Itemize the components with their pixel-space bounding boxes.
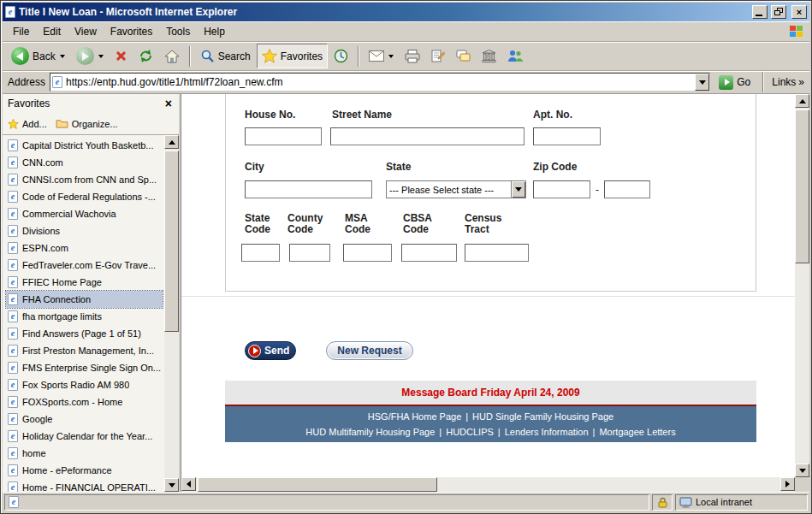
messenger-button[interactable] xyxy=(502,44,528,68)
refresh-button[interactable] xyxy=(133,44,158,68)
scroll-left-button[interactable] xyxy=(181,477,196,491)
send-button[interactable]: Send xyxy=(245,341,296,360)
favorite-item[interactable]: eFFIEC Home Page xyxy=(6,274,163,291)
cbsa-code-label: CBSACode xyxy=(403,213,432,235)
search-button[interactable]: Search xyxy=(195,44,256,68)
state-select-dropdown-button[interactable] xyxy=(511,181,525,198)
favorite-item[interactable]: eFOXSports.com - Home xyxy=(6,393,163,411)
favorite-item[interactable]: eCode of Federal Regulations -... xyxy=(6,188,163,205)
favorite-item[interactable]: eFMS Enterprise Single Sign On... xyxy=(6,359,163,376)
add-favorite-button[interactable]: Add... xyxy=(8,119,47,129)
favorites-scrollbar[interactable] xyxy=(164,135,179,492)
vertical-scrollbar[interactable] xyxy=(795,94,809,477)
scroll-track[interactable] xyxy=(795,108,809,464)
menu-file[interactable]: File xyxy=(6,23,36,40)
menu-help[interactable]: Help xyxy=(197,23,232,40)
state-code-input[interactable] xyxy=(241,244,280,262)
close-favorites-button[interactable]: × xyxy=(163,97,174,109)
new-request-button[interactable]: New Request xyxy=(326,341,413,360)
house-no-input[interactable] xyxy=(245,127,322,145)
mail-button[interactable] xyxy=(364,44,399,68)
menu-view[interactable]: View xyxy=(68,23,104,40)
footer-link-hud-single-family[interactable]: HUD Single Family Housing Page xyxy=(472,411,613,422)
county-code-input[interactable] xyxy=(289,244,330,262)
menu-edit[interactable]: Edit xyxy=(36,23,68,40)
state-select[interactable]: --- Please Select state --- xyxy=(386,180,526,198)
scroll-up-button[interactable] xyxy=(795,94,809,108)
minimize-button[interactable] xyxy=(752,5,768,19)
back-button[interactable]: Back xyxy=(6,44,70,68)
scroll-thumb[interactable] xyxy=(164,151,179,332)
restore-button[interactable] xyxy=(771,5,786,19)
content-divider xyxy=(181,296,795,297)
favorite-item[interactable]: eGoogle xyxy=(6,411,163,428)
favorites-button[interactable]: Favorites xyxy=(257,44,328,68)
favorite-item-label: Divisions xyxy=(22,226,60,236)
discuss-button[interactable] xyxy=(451,44,476,68)
scroll-down-button[interactable] xyxy=(164,478,179,492)
scroll-thumb[interactable] xyxy=(198,477,437,492)
print-button[interactable] xyxy=(400,44,425,68)
scroll-track[interactable] xyxy=(164,149,179,478)
scroll-down-button[interactable] xyxy=(795,464,809,477)
ie-page-icon: e xyxy=(8,345,18,357)
favorite-item[interactable]: eDivisions xyxy=(6,222,163,239)
mail-dropdown-icon[interactable] xyxy=(388,55,394,58)
favorite-item-label: Holiday Calendar for the Year... xyxy=(22,431,152,441)
links-button[interactable]: Links » xyxy=(772,76,806,88)
street-name-input[interactable] xyxy=(330,127,525,145)
footer-link-hud-multifamily[interactable]: HUD Multifamily Housing Page xyxy=(305,427,435,437)
favorite-item[interactable]: eHome - ePeformance xyxy=(6,462,163,479)
footer-link-hsg-fha-home[interactable]: HSG/FHA Home Page xyxy=(368,411,461,422)
menu-favorites[interactable]: Favorites xyxy=(104,23,159,40)
favorite-item[interactable]: eFox Sports Radio AM 980 xyxy=(6,376,163,393)
cbsa-code-input[interactable] xyxy=(401,244,457,262)
footer-link-mortgagee-letters[interactable]: Mortgagee Letters xyxy=(599,427,675,437)
horizontal-scrollbar[interactable] xyxy=(181,477,795,492)
apt-no-input[interactable] xyxy=(533,127,601,145)
forward-button[interactable] xyxy=(71,44,109,68)
address-dropdown-button[interactable] xyxy=(695,74,709,91)
edit-button[interactable] xyxy=(426,44,450,68)
favorite-item[interactable]: eCNNSI.com from CNN and Sp... xyxy=(6,171,163,188)
zip4-input[interactable] xyxy=(604,180,650,198)
favorite-item[interactable]: eHoliday Calendar for the Year... xyxy=(6,428,163,445)
city-input[interactable] xyxy=(245,180,372,198)
address-input[interactable]: e https://entp.hud.gov/title1/html/f72lo… xyxy=(50,73,710,92)
forward-dropdown-icon[interactable] xyxy=(98,55,104,58)
census-tract-input[interactable] xyxy=(465,244,529,262)
favorite-item[interactable]: eFind Answers (Page 1 of 51) xyxy=(6,325,163,342)
scroll-right-button[interactable] xyxy=(780,477,795,491)
favorite-item[interactable]: eHome - FINANCIAL OPERATI... xyxy=(6,479,163,492)
links-chevron-icon[interactable]: » xyxy=(798,76,804,88)
favorite-item[interactable]: ehome xyxy=(6,445,163,462)
footer-link-hudclips[interactable]: HUDCLIPS xyxy=(446,427,494,437)
history-button[interactable] xyxy=(329,44,353,68)
research-button[interactable] xyxy=(477,44,501,68)
zip5-input[interactable] xyxy=(533,180,590,198)
footer-link-lenders-information[interactable]: Lenders Information xyxy=(505,427,589,437)
close-button[interactable]: × xyxy=(791,5,807,19)
favorite-item[interactable]: eCNN.com xyxy=(6,154,163,171)
address-url[interactable]: https://entp.hud.gov/title1/html/f72loan… xyxy=(66,76,691,88)
stop-button[interactable] xyxy=(110,44,133,68)
favorite-item[interactable]: eESPN.com xyxy=(6,239,163,257)
msa-code-input[interactable] xyxy=(343,244,392,262)
favorite-item[interactable]: eCommercial Wachovia xyxy=(6,205,163,222)
scroll-up-button[interactable] xyxy=(164,135,179,149)
ie-page-icon: e xyxy=(8,139,18,151)
toolbar-separator xyxy=(358,46,359,67)
menu-tools[interactable]: Tools xyxy=(159,23,197,40)
back-dropdown-icon[interactable] xyxy=(60,55,65,58)
scroll-thumb[interactable] xyxy=(795,109,809,263)
favorite-item[interactable]: eCapital District Youth Basketb... xyxy=(6,137,163,154)
favorite-item-label: Code of Federal Regulations -... xyxy=(22,192,156,202)
favorite-item[interactable]: eFirst Preston Management, In... xyxy=(6,342,163,359)
home-button[interactable] xyxy=(159,44,185,68)
organize-favorites-button[interactable]: Organize... xyxy=(56,119,118,129)
go-button[interactable]: Go xyxy=(714,74,755,91)
favorite-item-selected[interactable]: eFHA Connection xyxy=(6,291,163,308)
favorite-item[interactable]: eFedTraveler.com E-Gov Trave... xyxy=(6,257,163,274)
scroll-track[interactable] xyxy=(196,477,780,492)
favorite-item[interactable]: efha mortgage limits xyxy=(6,308,163,325)
